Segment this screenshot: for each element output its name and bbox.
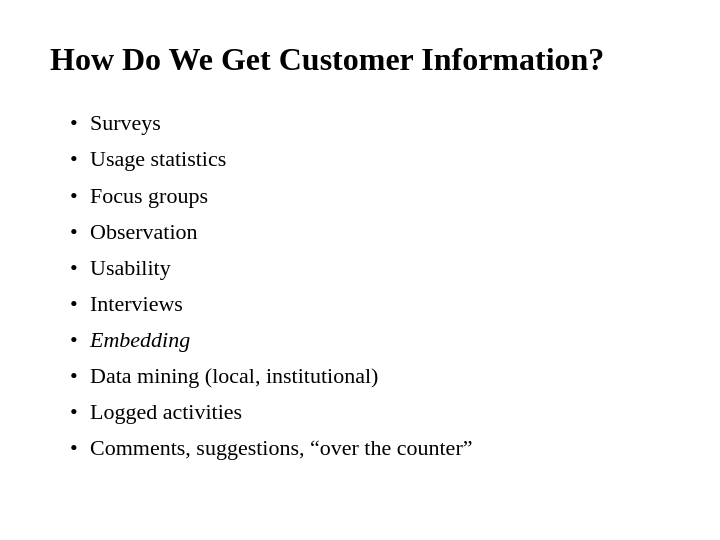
list-item: •Usability [70,251,670,285]
bullet-dot-icon: • [70,179,90,213]
bullet-dot-icon: • [70,395,90,429]
bullet-dot-icon: • [70,431,90,465]
bullet-text: Usability [90,251,171,285]
bullet-dot-icon: • [70,142,90,176]
slide-title: How Do We Get Customer Information? [50,40,670,78]
bullet-text: Usage statistics [90,142,226,176]
list-item: •Embedding [70,323,670,357]
list-item: •Interviews [70,287,670,321]
bullet-text: Interviews [90,287,183,321]
bullet-dot-icon: • [70,323,90,357]
bullet-dot-icon: • [70,215,90,249]
bullet-text: Surveys [90,106,161,140]
bullet-text: Logged activities [90,395,242,429]
list-item: •Observation [70,215,670,249]
bullet-dot-icon: • [70,287,90,321]
bullet-dot-icon: • [70,251,90,285]
bullet-list: •Surveys•Usage statistics•Focus groups•O… [70,106,670,467]
bullet-text: Data mining (local, institutional) [90,359,378,393]
list-item: •Comments, suggestions, “over the counte… [70,431,670,465]
list-item: •Data mining (local, institutional) [70,359,670,393]
bullet-dot-icon: • [70,106,90,140]
list-item: •Surveys [70,106,670,140]
bullet-text: Comments, suggestions, “over the counter… [90,431,472,465]
list-item: •Focus groups [70,179,670,213]
list-item: •Usage statistics [70,142,670,176]
slide-container: How Do We Get Customer Information? •Sur… [0,0,720,540]
bullet-text: Observation [90,215,198,249]
bullet-text: Focus groups [90,179,208,213]
bullet-dot-icon: • [70,359,90,393]
bullet-text: Embedding [90,323,190,357]
list-item: •Logged activities [70,395,670,429]
